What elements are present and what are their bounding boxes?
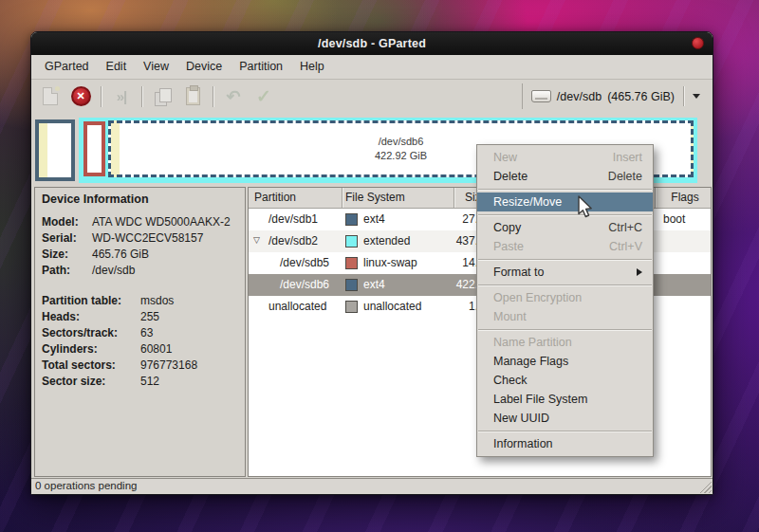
field-label: Partition table: [42,293,140,309]
delete-partition-button[interactable]: ✕ [68,83,93,109]
column-header-file-system[interactable]: File System [345,191,405,204]
field-value: 63 [140,325,153,341]
delete-partition-icon: ✕ [71,86,91,106]
status-text: 0 operations pending [35,480,137,491]
menu-gparted[interactable]: GParted [36,55,98,79]
field-label: Model: [42,214,92,230]
resize-move-button[interactable]: »| [109,83,134,109]
menu-help[interactable]: Help [291,55,333,79]
column-header-partition[interactable]: Partition [254,191,296,204]
field-value: 976773168 [140,358,197,374]
device-information-panel: Device Information Model:ATA WDC WD5000A… [34,187,246,477]
menu-separator [477,256,653,263]
field-label: Size: [42,247,92,263]
fs-color-swatch [345,257,358,269]
field-label: Cylinders: [42,341,140,358]
menu-item-open-encryption[interactable]: Open Encryption [477,288,653,307]
menu-item-name-partition[interactable]: Name Partition [477,333,653,352]
field-label: Heads: [42,309,140,325]
partition-box-sdb1[interactable] [35,119,75,181]
toolbar-separator [141,86,142,107]
field-value: 60801 [140,341,172,358]
desktop: { "window": { "title": "/dev/sdb - GPart… [0,0,759,532]
mouse-cursor [575,195,596,220]
menu-separator [477,428,653,434]
menu-view[interactable]: View [135,55,177,79]
partition-name: /dev/sdb1 [268,212,318,226]
apply-button[interactable]: ✓ [251,83,276,109]
expander-icon[interactable]: ▽ [253,235,260,245]
field-value: ATA WDC WD5000AAKX-2 [92,214,231,230]
device-selector[interactable]: /dev/sdb (465.76 GiB) [522,83,708,109]
apply-icon: ✓ [256,87,271,105]
field-label: Path: [42,263,92,279]
new-partition-icon [43,87,58,105]
copy-button[interactable] [150,83,175,109]
menu-separator [477,282,653,288]
menu-edit[interactable]: Edit [98,55,136,79]
title-bar[interactable]: /dev/sdb - GParted [31,32,713,55]
menu-item-manage-flags[interactable]: Manage Flags [477,352,653,371]
undo-icon: ↶ [226,88,240,105]
menu-bar: GParted Edit View Device Partition Help [31,55,713,80]
column-header-flags[interactable]: Flags [662,191,708,204]
fs-color-swatch [345,279,358,291]
field-value: 512 [140,374,159,390]
resize-move-icon: »| [117,88,127,104]
menu-device[interactable]: Device [177,55,231,79]
fs-color-swatch [345,301,358,313]
menu-item-delete[interactable]: DeleteDelete [477,167,653,186]
new-partition-button[interactable] [38,83,63,109]
partition-name: /dev/sdb5 [280,256,329,269]
fs-color-swatch [345,235,358,248]
undo-button[interactable]: ↶ [221,83,246,109]
menu-item-label-file-system[interactable]: Label File System [477,390,653,409]
copy-icon [154,87,172,105]
field-value: /dev/sdb [92,263,135,279]
field-label: Sector size: [42,374,140,390]
menu-item-copy[interactable]: CopyCtrl+C [477,218,653,237]
menu-item-mount[interactable]: Mount [477,307,653,326]
menu-item-format-to[interactable]: Format to [477,263,653,282]
menu-item-new[interactable]: NewInsert [477,148,653,167]
device-selector-device: /dev/sdb [557,90,602,103]
paste-button[interactable] [180,83,205,109]
partition-size: 422. [389,278,478,291]
field-label: Total sectors: [42,358,140,374]
menu-partition[interactable]: Partition [231,55,291,79]
resize-grip[interactable] [698,480,712,493]
fs-label: ext4 [363,278,385,291]
field-value: 465.76 GiB [92,247,149,263]
field-value: 255 [140,309,159,325]
fs-color-swatch [345,213,358,226]
device-information-title: Device Information [42,193,238,206]
fs-label: ext4 [363,212,385,226]
field-value: msdos [140,293,174,309]
partition-name: /dev/sdb2 [268,234,318,248]
toolbar-separator [213,86,213,107]
partition-size: 1. [389,300,478,313]
partition-flags: boot [663,212,685,226]
chevron-down-icon [693,94,700,99]
field-label: Serial: [42,230,92,247]
partition-box-sdb5[interactable] [83,121,105,176]
menu-item-information[interactable]: Information [477,434,653,453]
disk-icon [531,90,551,102]
menu-separator [477,211,653,218]
selected-partition-size: 422.92 GiB [375,149,427,163]
partition-size: 437. [389,234,478,248]
toolbar-separator [101,86,102,107]
paste-icon [186,87,200,105]
menu-item-check[interactable]: Check [477,371,653,390]
close-button[interactable] [692,37,704,49]
menu-separator [477,326,653,333]
menu-item-resize-move[interactable]: Resize/Move [477,193,653,211]
status-bar: 0 operations pending [31,478,713,494]
menu-item-new-uuid[interactable]: New UUID [477,409,653,428]
menu-separator [477,186,653,193]
partition-size: 14. [389,256,478,269]
partition-size: 27. [389,212,478,226]
partition-name: unallocated [268,300,326,313]
partition-context-menu: NewInsert DeleteDelete Resize/Move CopyC… [476,144,654,457]
menu-item-paste[interactable]: PasteCtrl+V [477,237,653,256]
